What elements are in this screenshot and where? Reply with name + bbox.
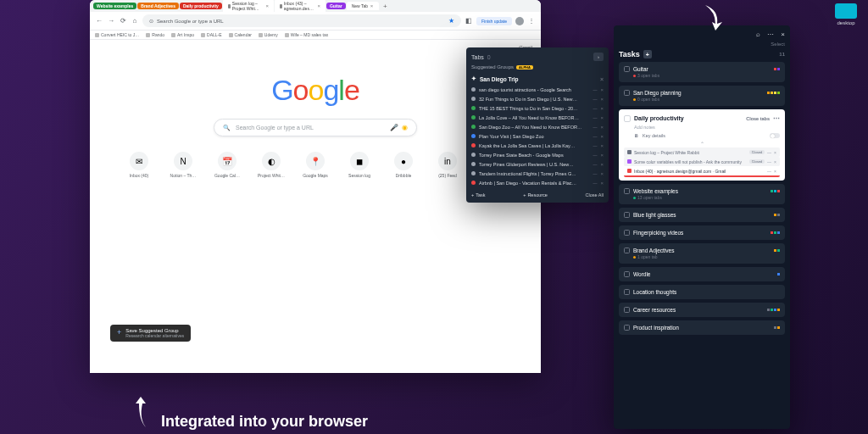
shortcut-item[interactable]: NNotion – Th… — [167, 152, 199, 178]
forward-icon[interactable]: → — [107, 17, 115, 25]
dash-icon[interactable]: — — [593, 134, 597, 139]
task-card[interactable]: Career resources — [619, 303, 785, 317]
close-icon[interactable]: × — [600, 134, 604, 139]
search-input[interactable]: 🔍 Search Google or type a URL 🎤◉ — [214, 119, 417, 136]
dash-icon[interactable]: — — [593, 87, 597, 92]
dash-icon[interactable]: — — [593, 106, 597, 111]
shortcut-item[interactable]: ◼Session log — [343, 152, 376, 178]
bookmark-item[interactable]: Art Inspo — [171, 32, 194, 37]
bookmark-item[interactable]: DALL-E — [201, 32, 222, 37]
extension-icon[interactable]: ◧ — [465, 17, 473, 25]
browser-tab[interactable]: Inbox (43) – agnetson.des…× — [275, 0, 326, 13]
task-checkbox[interactable] — [624, 66, 630, 72]
add-task-button[interactable]: + — [643, 50, 652, 58]
task-card[interactable]: Blue light glasses — [619, 208, 785, 222]
lens-icon[interactable]: ◉ — [402, 124, 408, 131]
tab-list-item[interactable]: 32 Fun Things to Do in San Diego | U.S. … — [471, 94, 604, 103]
browser-tab-active[interactable]: New Tab× — [347, 2, 379, 10]
task-checkbox[interactable] — [624, 188, 630, 194]
dash-icon[interactable]: — — [593, 181, 597, 186]
close-icon[interactable]: × — [317, 4, 320, 8]
tab-group-chip[interactable]: Guitar — [326, 3, 346, 9]
bookmark-item[interactable]: Convert HEIC to J… — [95, 32, 139, 37]
task-card[interactable]: Guitar3 open tabs — [619, 62, 785, 82]
task-card[interactable]: San Diego planning0 open tabs — [619, 86, 785, 106]
tab-list-item[interactable]: Kayak the La Jolla Sea Caves | La Jolla … — [471, 141, 604, 150]
dash-icon[interactable]: — — [593, 153, 597, 158]
dash-icon[interactable]: — — [593, 143, 597, 148]
add-notes-field[interactable]: Add notes — [634, 125, 780, 130]
toggle-switch[interactable] — [770, 133, 780, 138]
task-card[interactable]: Website examples13 open tabs — [619, 184, 785, 204]
close-icon[interactable]: × — [774, 159, 776, 164]
tab-list-item[interactable]: Airbnb | San Diego - Vacation Rentals & … — [471, 178, 604, 187]
tab-list-item[interactable]: Torrey Pines State Beach - Google Maps—× — [471, 150, 604, 159]
tab-group-chip[interactable]: Brand Adjectives — [137, 3, 179, 9]
task-checkbox[interactable] — [624, 212, 630, 218]
close-icon[interactable]: × — [600, 125, 604, 130]
dash-icon[interactable]: — — [767, 159, 771, 164]
add-task-button[interactable]: + Task — [471, 192, 486, 198]
close-icon[interactable]: × — [774, 150, 776, 155]
dash-icon[interactable]: — — [593, 125, 597, 130]
close-icon[interactable]: × — [600, 115, 604, 120]
close-icon[interactable]: × — [600, 162, 604, 167]
task-checkbox[interactable] — [624, 90, 630, 96]
mic-icon[interactable]: 🎤 — [390, 124, 398, 131]
tab-list-item[interactable]: THE 15 BEST Things to Do in San Diego - … — [471, 103, 604, 113]
close-icon[interactable]: × — [600, 97, 604, 102]
profile-avatar[interactable] — [515, 17, 524, 25]
close-icon[interactable]: × — [265, 4, 269, 8]
close-icon[interactable]: × — [600, 181, 604, 186]
bookmark-item[interactable]: Wife – MD sales tax — [285, 32, 328, 37]
new-tab-button[interactable]: + — [380, 3, 391, 10]
address-input[interactable]: ⊙Search Google or type a URL★ — [142, 14, 461, 27]
tab-group-chip[interactable]: Daily productivity — [180, 3, 222, 9]
dash-icon[interactable]: — — [767, 150, 771, 155]
task-card[interactable]: Brand Adjectives1 open tab — [619, 243, 785, 264]
tab-list-item[interactable]: Tandem Instructional Flights | Torrey Pi… — [471, 169, 604, 178]
save-group-popup[interactable]: + Save Suggested GroupResearch calendar … — [110, 325, 191, 342]
task-checkbox[interactable] — [624, 307, 630, 313]
task-card[interactable]: Product inspiration — [619, 320, 785, 335]
task-sub-item[interactable]: Some color variables will not publish - … — [624, 157, 780, 166]
menu-icon[interactable]: ⋮ — [527, 17, 536, 25]
task-sub-item[interactable]: Inbox (40) · agnetson.design@gmail.com ·… — [624, 166, 780, 177]
close-icon[interactable]: × — [600, 106, 604, 111]
browser-tab[interactable]: Session log – Project Whit…× — [223, 0, 274, 13]
dash-icon[interactable]: — — [593, 162, 597, 167]
tab-list-item[interactable]: san diego tourist attractions - Google S… — [471, 85, 604, 94]
home-icon[interactable]: ⌂ — [131, 17, 139, 25]
shortcut-item[interactable]: 📍Google Maps — [299, 152, 331, 178]
dash-icon[interactable]: — — [593, 115, 597, 120]
shortcut-item[interactable]: ✉Inbox (40) — [123, 152, 155, 178]
more-icon[interactable]: ⋯ — [773, 114, 780, 122]
tab-list-item[interactable]: La Jolla Cove – All You Need to Know BEF… — [471, 113, 604, 122]
close-icon[interactable]: × — [600, 171, 604, 176]
task-sub-item[interactable]: Session log – Project White RabbitClosed… — [624, 147, 780, 157]
search-icon[interactable]: ⌕ — [756, 31, 760, 38]
bookmark-item[interactable]: Udemy — [259, 32, 278, 37]
close-icon[interactable]: × — [600, 153, 604, 158]
dash-icon[interactable]: — — [767, 169, 771, 174]
star-icon[interactable]: ★ — [448, 17, 454, 25]
task-checkbox[interactable] — [624, 271, 630, 277]
tab-group-chip[interactable]: Website examples — [93, 3, 136, 9]
task-checkbox[interactable] — [624, 230, 630, 236]
bookmark-item[interactable]: Rando — [146, 32, 164, 37]
close-icon[interactable]: × — [600, 87, 604, 92]
close-tabs-button[interactable]: Close tabs — [746, 116, 770, 121]
select-link[interactable]: Select — [619, 42, 785, 47]
chevron-right-icon[interactable]: › — [593, 53, 604, 61]
task-card[interactable]: Location thoughts — [619, 285, 785, 299]
dash-icon[interactable]: — — [593, 171, 597, 176]
finish-update-button[interactable]: Finish update — [476, 17, 512, 25]
shortcut-item[interactable]: ◐Project Whit… — [255, 152, 287, 178]
desktop-app-icon[interactable]: desktop — [831, 3, 861, 25]
add-resource-button[interactable]: + Resource — [523, 192, 548, 198]
task-card[interactable]: Fingerpicking videos — [619, 225, 785, 240]
menu-icon[interactable]: ⋯ — [767, 31, 774, 38]
close-icon[interactable]: × — [600, 143, 604, 148]
task-card[interactable]: Wordle — [619, 267, 785, 281]
dash-icon[interactable]: — — [593, 97, 597, 102]
